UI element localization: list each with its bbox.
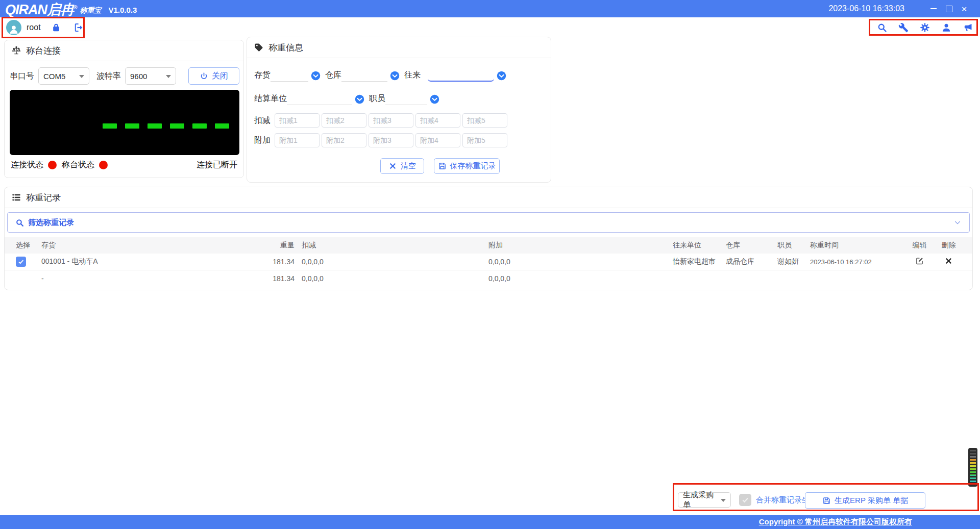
inventory-label: 存货: [254, 70, 271, 82]
records-table-header: 选择 存货 重量 扣减 附加 往来单位 仓库 职员 称重时间 编辑 删除: [5, 237, 972, 254]
lock-button[interactable]: [51, 22, 61, 33]
weighing-panel-header: 称重信息: [247, 37, 551, 58]
staff-input[interactable]: [385, 93, 427, 105]
chevron-down-circle-icon: [390, 71, 400, 81]
close-connection-button[interactable]: 关闭: [188, 67, 239, 85]
weighing-records-section: 称重记录 筛选称重记录 选择 存货 重量 扣减 附加 往来单位 仓库 职员 称重…: [4, 187, 973, 290]
col-inventory: 存货: [41, 241, 252, 250]
deduct-input-4[interactable]: [415, 113, 460, 128]
deduct-input-1[interactable]: [275, 113, 320, 128]
tools-button[interactable]: [898, 22, 909, 33]
col-weight: 重量: [252, 241, 302, 250]
chevron-down-icon: [953, 218, 962, 226]
chevron-down-circle-icon: [311, 71, 321, 81]
weighing-info-panel: 称重信息 存货 仓库 往来 结算单位 职员: [247, 37, 551, 183]
account-button[interactable]: [941, 22, 951, 33]
doc-type-value: 生成采购单: [683, 490, 721, 510]
staff-dropdown-button[interactable]: [430, 94, 439, 104]
balance-scale-icon: [11, 45, 21, 56]
col-time: 称重时间: [810, 241, 907, 250]
lock-icon: [51, 22, 61, 33]
settle-unit-label: 结算单位: [254, 93, 287, 105]
warehouse-label: 仓库: [325, 70, 341, 82]
extra-input-5[interactable]: [462, 133, 507, 147]
close-button[interactable]: ×: [957, 2, 972, 15]
inventory-dropdown-button[interactable]: [311, 71, 321, 81]
copyright-link[interactable]: Copyright © 常州启冉软件有限公司版权所有: [759, 517, 912, 527]
scale-panel-header: 称台连接: [5, 40, 243, 61]
summary-deduct: 0,0,0,0: [302, 274, 488, 283]
col-select: 选择: [16, 241, 41, 250]
summary-extra: 0,0,0,0: [488, 274, 673, 283]
settle-unit-dropdown-button[interactable]: [355, 94, 364, 104]
deduct-input-3[interactable]: [369, 113, 413, 128]
partner-dropdown-button[interactable]: [497, 71, 506, 81]
records-header: 称重记录: [5, 187, 972, 208]
filter-records-bar[interactable]: 筛选称重记录: [7, 212, 970, 233]
save-icon: [438, 162, 447, 170]
close-connection-label: 关闭: [212, 71, 228, 82]
led-dash: [192, 123, 207, 129]
deduct-input-5[interactable]: [462, 113, 507, 128]
caret-down-icon: [79, 75, 84, 81]
search-icon: [877, 22, 887, 33]
scale-status-indicator: [99, 161, 108, 169]
col-partner: 往来单位: [673, 241, 726, 250]
extra-input-2[interactable]: [322, 133, 366, 147]
delete-row-button[interactable]: [944, 257, 953, 265]
extra-input-4[interactable]: [415, 133, 460, 147]
save-icon: [822, 496, 831, 505]
warehouse-input[interactable]: [341, 69, 387, 82]
userbar: root: [0, 17, 980, 38]
logout-button[interactable]: [74, 22, 84, 33]
baud-select[interactable]: 9600: [125, 67, 176, 85]
titlebar-datetime: 2023-06-10 16:33:03: [828, 4, 904, 13]
search-icon: [15, 218, 24, 227]
maximize-button[interactable]: [941, 2, 957, 15]
connection-message: 连接已断开: [197, 160, 237, 170]
port-select[interactable]: COM5: [38, 67, 89, 85]
doc-type-select[interactable]: 生成采购单: [678, 492, 731, 508]
partner-input[interactable]: [428, 69, 494, 82]
settings-button[interactable]: [920, 22, 930, 33]
minimize-button[interactable]: [926, 2, 941, 15]
led-dash: [170, 123, 184, 129]
partner-label: 往来: [404, 70, 421, 82]
announcement-button[interactable]: [963, 22, 973, 33]
inventory-input[interactable]: [271, 69, 308, 82]
scale-status-label: 称台状态: [62, 160, 94, 170]
extra-input-1[interactable]: [275, 133, 320, 147]
chevron-down-circle-icon: [497, 71, 506, 81]
gear-icon: [920, 22, 930, 33]
settle-unit-input[interactable]: [287, 93, 352, 105]
user-avatar[interactable]: [6, 20, 21, 35]
extra-input-3[interactable]: [369, 133, 413, 147]
col-deduct: 扣减: [302, 241, 488, 250]
cell-staff: 谢如妍: [777, 257, 810, 266]
col-warehouse: 仓库: [726, 241, 777, 250]
warehouse-dropdown-button[interactable]: [390, 71, 400, 81]
wrench-icon: [898, 22, 909, 33]
extra-label: 附加: [254, 135, 275, 146]
save-record-button[interactable]: 保存称重记录: [434, 158, 500, 174]
cell-weight: 181.34: [252, 258, 302, 266]
search-button[interactable]: [877, 22, 887, 33]
clear-button[interactable]: 清空: [380, 158, 424, 174]
led-dash: [215, 123, 229, 129]
check-icon: [741, 496, 749, 504]
chevron-down-circle-icon: [355, 94, 364, 104]
edit-row-button[interactable]: [915, 257, 924, 265]
port-label: 串口号: [10, 71, 34, 82]
merge-records-checkbox[interactable]: [739, 494, 751, 506]
generate-erp-button[interactable]: 生成ERP 采购单 单据: [805, 492, 925, 509]
deduct-input-2[interactable]: [322, 113, 366, 128]
led-dash: [103, 123, 117, 129]
row-checkbox[interactable]: [16, 257, 26, 267]
logout-icon: [74, 22, 84, 33]
col-extra: 附加: [488, 241, 673, 250]
color-strip-indicator: [968, 448, 977, 487]
col-staff: 职员: [777, 241, 810, 250]
led-dash-row: [103, 123, 229, 129]
col-delete: 删除: [932, 241, 965, 250]
cell-deduct: 0,0,0,0: [302, 258, 488, 266]
